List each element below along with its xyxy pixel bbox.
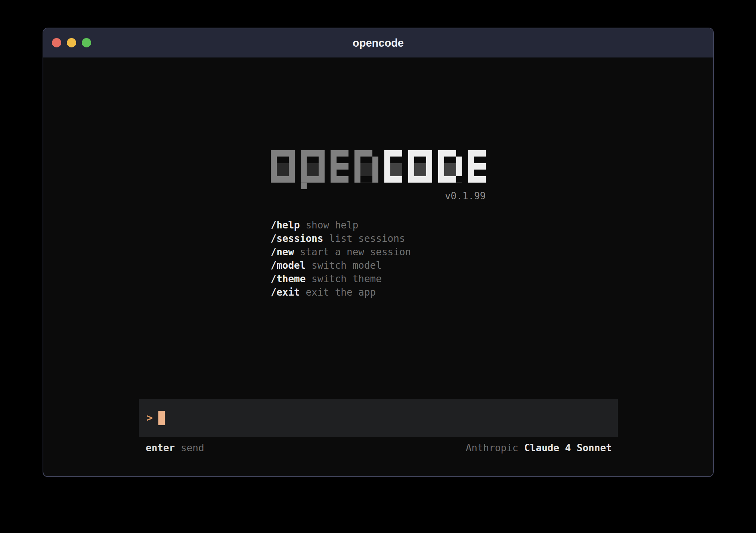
command-row: /new start a new session bbox=[271, 245, 486, 259]
opencode-window: opencode bbox=[43, 28, 714, 477]
model-indicator: Anthropic Claude 4 Sonnet bbox=[466, 442, 612, 453]
command-description: start a new session bbox=[294, 246, 411, 258]
command-name: /model bbox=[271, 260, 306, 271]
command-name: /help bbox=[271, 219, 300, 231]
message-input[interactable]: > bbox=[139, 399, 618, 437]
command-name: /theme bbox=[271, 273, 306, 284]
command-description: switch theme bbox=[306, 273, 382, 284]
keybind-action: send bbox=[175, 442, 204, 453]
close-button[interactable] bbox=[52, 38, 61, 47]
traffic-lights bbox=[52, 38, 91, 47]
command-name: /exit bbox=[271, 287, 300, 298]
model-name: Claude 4 Sonnet bbox=[524, 442, 612, 453]
window-titlebar: opencode bbox=[43, 28, 713, 57]
keybind-key: enter bbox=[146, 442, 175, 453]
command-description: show help bbox=[300, 219, 359, 231]
command-help-list: /help show help /sessions list sessions … bbox=[271, 218, 486, 299]
command-description: exit the app bbox=[300, 287, 376, 298]
command-row: /help show help bbox=[271, 218, 486, 232]
keybind-hint: enter send bbox=[146, 442, 204, 453]
command-name: /new bbox=[271, 246, 294, 258]
prompt-icon: > bbox=[146, 412, 153, 424]
command-row: /theme switch theme bbox=[271, 272, 486, 286]
command-description: list sessions bbox=[323, 233, 405, 244]
opencode-logo bbox=[271, 150, 486, 189]
command-row: /model switch model bbox=[271, 259, 486, 272]
text-cursor bbox=[158, 411, 165, 425]
minimize-button[interactable] bbox=[67, 38, 76, 47]
command-row: /exit exit the app bbox=[271, 286, 486, 299]
version-label: v0.1.99 bbox=[271, 190, 486, 202]
status-bar: enter send Anthropic Claude 4 Sonnet bbox=[139, 441, 618, 455]
model-provider: Anthropic bbox=[466, 442, 524, 453]
splash-block: v0.1.99 /help show help /sessions list s… bbox=[271, 150, 486, 299]
command-description: switch model bbox=[306, 260, 382, 271]
command-row: /sessions list sessions bbox=[271, 232, 486, 245]
window-title: opencode bbox=[353, 37, 404, 49]
command-name: /sessions bbox=[271, 233, 323, 244]
zoom-button[interactable] bbox=[82, 38, 91, 47]
